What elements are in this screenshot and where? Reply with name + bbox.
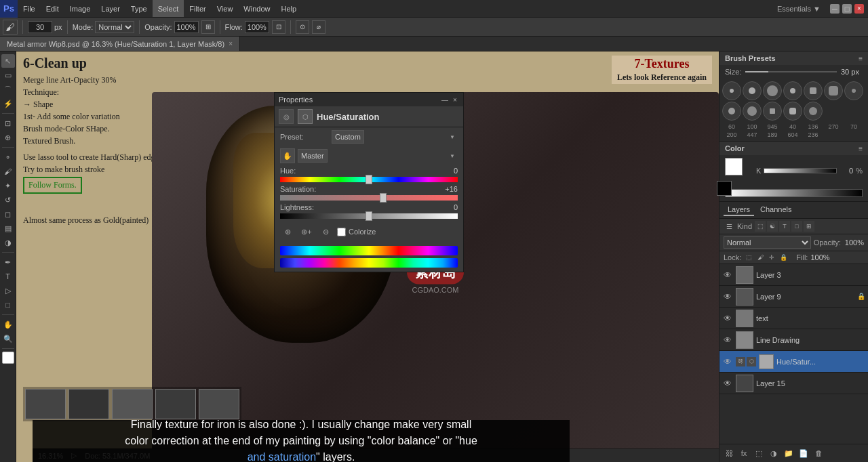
sat-track[interactable] (280, 195, 458, 201)
history-tool[interactable]: ↺ (1, 193, 15, 207)
kind-pixel[interactable]: ⬚ (755, 221, 766, 232)
lock-transparency[interactable]: ⬚ (744, 253, 753, 262)
menu-image[interactable]: Image (64, 0, 96, 17)
window-minimize[interactable]: ─ (830, 4, 840, 14)
foreground-color[interactable] (2, 352, 14, 364)
brush-136[interactable] (804, 81, 823, 100)
new-fill-adj-btn[interactable]: ◑ (767, 446, 781, 460)
hand-tool[interactable]: ✋ (1, 318, 15, 331)
window-close[interactable]: × (854, 4, 864, 14)
mode-select[interactable]: Normal (95, 21, 134, 33)
add-mask-btn[interactable]: ⬚ (752, 446, 766, 460)
panel-curve-icon[interactable]: ◎ (279, 109, 294, 124)
linedrawing-visibility[interactable]: 👁 (722, 335, 733, 345)
brush-189[interactable] (763, 102, 782, 121)
panel-close[interactable]: × (451, 96, 459, 104)
layer-item-huesat[interactable]: 👁 ⛓ ⬡ Hue/Satur... (719, 351, 868, 373)
colorize-checkbox[interactable] (337, 228, 346, 236)
delete-layer-btn[interactable]: 🗑 (812, 446, 825, 460)
hue-thumb[interactable] (366, 175, 372, 184)
brush-100[interactable] (743, 81, 762, 100)
layers-tab[interactable]: Layers (724, 204, 754, 216)
select-rect-tool[interactable]: ▭ (1, 68, 15, 82)
hue-track[interactable] (280, 177, 458, 182)
brush-447[interactable] (743, 102, 762, 121)
document-tab[interactable]: Metal armor Wip8.psd @ 16.3% (Hue/Satura… (0, 37, 240, 51)
brush-270[interactable] (824, 81, 843, 100)
kind-smart[interactable]: ⊞ (804, 221, 814, 232)
text-visibility[interactable]: 👁 (722, 314, 733, 323)
channels-tab[interactable]: Channels (756, 204, 795, 216)
magic-wand-tool[interactable]: ⚡ (1, 97, 15, 110)
link-layers-btn[interactable]: ⛓ (722, 446, 736, 460)
brush-60[interactable] (722, 81, 741, 100)
brush-945[interactable] (763, 81, 782, 100)
light-track[interactable] (280, 213, 458, 219)
color-panel-collapse[interactable]: ≡ (859, 145, 863, 152)
panel-minimize[interactable]: — (441, 96, 449, 104)
channel-select[interactable]: Master (298, 149, 328, 163)
menu-file[interactable]: File (18, 0, 41, 17)
k-track[interactable] (764, 168, 837, 173)
brush-size-input[interactable]: 30 (28, 21, 52, 33)
shape-tool[interactable]: □ (1, 298, 15, 312)
brush-size-track[interactable] (745, 71, 837, 72)
thumb-4[interactable] (155, 389, 196, 419)
move-tool[interactable]: ↖ (1, 54, 15, 68)
lock-position[interactable]: ✛ (767, 253, 776, 262)
brush-presets-collapse[interactable]: ≡ (859, 55, 863, 62)
add-sample-tool[interactable]: ⊕+ (299, 224, 314, 239)
layer-item-text[interactable]: 👁 text (719, 308, 868, 329)
big-color-bar[interactable] (725, 189, 863, 197)
opacity-toggle[interactable]: ⊞ (201, 20, 215, 34)
thumb-3[interactable] (112, 389, 153, 419)
foreground-chip[interactable] (725, 158, 743, 175)
background-chip[interactable] (717, 181, 732, 196)
essentials-label[interactable]: Essentials ▼ (772, 5, 826, 13)
menu-select[interactable]: Select (153, 0, 184, 17)
layer-style-btn[interactable]: fx (737, 446, 751, 460)
dodge-tool[interactable]: ◑ (1, 236, 15, 249)
color-panel-header[interactable]: Color ≡ (719, 142, 868, 155)
eyedrop-tool[interactable]: ⊕ (280, 224, 295, 239)
hand-tool-btn[interactable]: ✋ (280, 148, 295, 163)
light-thumb[interactable] (366, 211, 372, 221)
kind-type[interactable]: T (779, 221, 790, 232)
preset-select[interactable]: Custom (332, 130, 364, 144)
lasso-tool[interactable]: ⌒ (1, 83, 15, 96)
thumb-2[interactable] (68, 389, 109, 419)
type-tool[interactable]: T (1, 270, 15, 283)
menu-type[interactable]: Type (125, 0, 153, 17)
kind-shape[interactable]: □ (791, 221, 802, 232)
layer-item-layer3[interactable]: 👁 Layer 3 (719, 264, 868, 286)
spot-heal-tool[interactable]: ⚬ (1, 150, 15, 164)
eraser-tool[interactable]: ◻ (1, 207, 15, 221)
panel-titlebar[interactable]: Properties — × (275, 93, 463, 106)
eyedropper-tool[interactable]: ⊕ (1, 131, 15, 144)
menu-view[interactable]: View (212, 0, 239, 17)
brush-236[interactable] (804, 102, 823, 121)
lock-pixels[interactable]: 🖌 (755, 253, 765, 262)
thumb-1[interactable] (25, 389, 66, 419)
panel-huesat-icon[interactable]: ⬡ (298, 109, 313, 124)
smoothing-toggle[interactable]: ⌀ (312, 20, 326, 34)
lock-all[interactable]: 🔒 (778, 253, 788, 262)
menu-window[interactable]: Window (238, 0, 275, 17)
crop-tool[interactable]: ⊡ (1, 117, 15, 130)
stamp-tool[interactable]: ✦ (1, 179, 15, 192)
menu-edit[interactable]: Edit (41, 0, 64, 17)
menu-layer[interactable]: Layer (96, 0, 125, 17)
brush-70[interactable] (844, 81, 863, 100)
filter-toggle[interactable]: ☰ (724, 221, 734, 232)
layer3-visibility[interactable]: 👁 (722, 270, 733, 280)
layer-item-linedrawing[interactable]: 👁 Line Drawing (719, 329, 868, 351)
new-group-btn[interactable]: 📁 (782, 446, 795, 460)
huesat-chain[interactable]: ⛓ (736, 357, 745, 366)
new-layer-btn[interactable]: 📄 (797, 446, 810, 460)
remove-sample-tool[interactable]: ⊖ (318, 224, 333, 239)
kind-adjustment[interactable]: ☯ (767, 221, 778, 232)
thumb-5[interactable] (199, 389, 239, 419)
window-maximize[interactable]: □ (842, 4, 852, 14)
brush-toggle[interactable]: ⊙ (296, 20, 309, 34)
gradient-tool[interactable]: ▤ (1, 222, 15, 235)
